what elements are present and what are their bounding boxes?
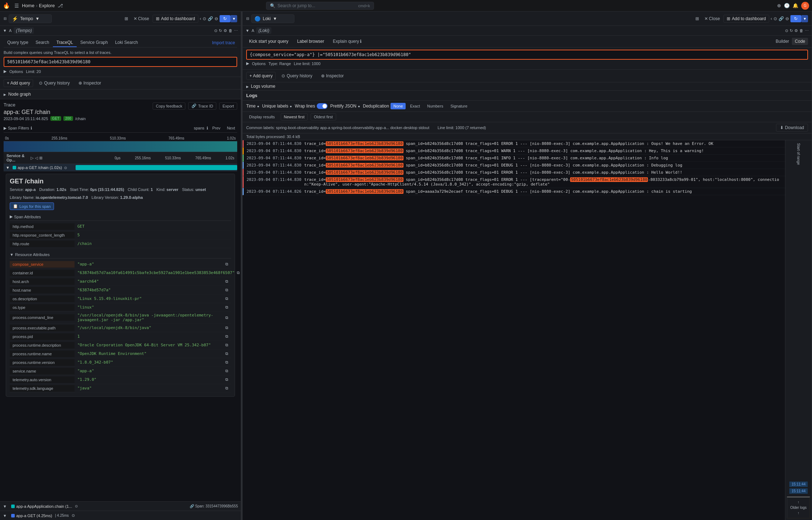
right-collapse-icon[interactable]: ⊟ [246,17,249,20]
loki-query-input[interactable] [246,50,808,60]
expand-icon-bottom-2[interactable]: ▼ [3,514,7,518]
span-pin-icon[interactable]: ⊙ [64,166,67,170]
log-entry[interactable]: 2023-09-04 07:11:44.830trace_id=505101b6… [243,169,785,176]
right-label-trash[interactable]: 🗑 [799,28,803,33]
tab-search[interactable]: Search [32,38,53,47]
export-button[interactable]: Export [219,102,237,110]
loki-options-chevron[interactable]: ▶ [246,61,249,66]
left-query-input[interactable] [4,57,237,67]
logs-volume-section[interactable]: Logs volume [243,82,812,91]
service-expand-icon[interactable]: ▷ [31,156,33,160]
builder-tab[interactable]: Builder [773,38,792,45]
left-datasource-selector[interactable]: ⚡ Tempo ▼ [9,14,52,23]
expand-icon-app-a[interactable]: ▼ [6,165,10,170]
tab-service-graph[interactable]: Service Graph [77,38,112,47]
left-nav-left-icon[interactable]: ‹ [200,16,201,21]
right-add-dashboard-button[interactable]: ⊞ Add to dashboard [723,15,769,23]
wrap-lines-switch[interactable] [317,103,328,109]
clock-icon[interactable]: 🕐 [784,3,790,8]
tab-traceql[interactable]: TraceQL [53,38,77,47]
span-1-icon[interactable]: ⊙ [75,504,78,508]
right-zoom-out-icon[interactable]: ⊖ [785,16,789,21]
service-op-label[interactable]: Service & Op... [6,154,29,162]
logs-for-span-button[interactable]: 📋 Logs for this span [10,202,54,210]
left-close-button[interactable]: ✕ Close [131,15,152,22]
label-browser-button[interactable]: Label browser [294,38,327,45]
right-datasource-selector[interactable]: 🔵 Loki ▼ [251,14,294,23]
right-inspector-button[interactable]: ⊕ Inspector [318,72,347,79]
log-entry[interactable]: 2023-09-04 07:11:44.830trace_id=505101b6… [243,147,785,155]
left-run-split-button[interactable]: ▾ [230,15,237,22]
next-button[interactable]: Next [225,125,237,131]
expand-icon-bottom[interactable]: ▼ [3,504,7,508]
explain-query-button[interactable]: Explain query ℹ [330,38,365,45]
right-clock-icon[interactable]: ⊙ [773,16,777,21]
display-results-button[interactable]: Display results [246,114,278,120]
log-entry[interactable]: 2023-09-04 07:11:44.830trace_id=505101b6… [243,155,785,162]
download-button[interactable]: ⬇ Download [776,124,808,132]
node-graph-section[interactable]: Node graph [0,90,241,99]
dedup-signature-button[interactable]: Signature [447,103,470,109]
resource-attr-copy-icon[interactable]: ⧉ [225,351,228,356]
home-link[interactable]: Home [22,3,35,8]
wrap-lines-toggle[interactable]: Wrap lines [295,103,327,109]
resource-attr-copy-icon[interactable]: ⧉ [225,296,228,301]
explore-link[interactable]: Explore [39,3,55,8]
options-chevron-icon[interactable]: ▶ [4,69,6,74]
older-logs-button[interactable]: ↑ Older logs ↑ [787,497,810,519]
right-link-icon[interactable]: 🔗 [779,16,784,21]
resource-attr-copy-icon[interactable]: ⧉ [225,325,228,330]
resource-attr-copy-icon[interactable]: ⧉ [225,262,228,266]
prettify-json-toggle[interactable]: Prettify JSON ● [330,104,360,109]
resource-attr-copy-icon[interactable]: ⧉ [225,279,228,284]
left-label-trash[interactable]: 🗑 [229,28,233,33]
share-icon[interactable]: ⎇ [58,3,63,8]
hamburger-menu-icon[interactable]: ☰ [14,3,19,9]
left-inspector-button[interactable]: ⊕ Inspector [76,79,104,87]
left-link-icon[interactable]: 🔗 [208,16,213,21]
tab-query-type[interactable]: Query type [4,38,32,47]
left-label-reload[interactable]: ↻ [219,28,222,33]
resource-attr-copy-icon[interactable]: ⧉ [225,377,228,382]
resource-attr-copy-icon[interactable]: ⧉ [225,305,228,310]
resource-attr-copy-icon[interactable]: ⧉ [225,343,228,347]
span-2-icon[interactable]: ⊙ [72,513,75,518]
left-label-clock[interactable]: ⊙ [214,28,217,33]
left-run-button[interactable]: ↻ [220,15,230,22]
service-fullscreen-icon[interactable]: ⊞ [39,156,42,160]
import-trace-button[interactable]: Import trace [210,38,237,47]
right-label-reload[interactable]: ↻ [790,28,793,33]
dedup-none-button[interactable]: None [391,103,406,109]
kick-start-button[interactable]: Kick start your query [246,38,291,45]
left-query-history-button[interactable]: ⊙ Query history [36,79,72,87]
resource-attr-copy-icon[interactable]: ⧉ [237,270,240,275]
user-avatar[interactable]: G [801,2,809,10]
span-attributes-title[interactable]: ▶ Span Attributes [10,213,231,221]
right-label-settings[interactable]: ⚙ [794,28,798,33]
resource-attr-copy-icon[interactable]: ⧉ [225,334,228,339]
plus-icon[interactable]: ⊕ [777,3,781,8]
left-panel-icon-btn[interactable]: ⊞ [123,15,130,22]
right-panel-icon-btn[interactable]: ⊞ [694,15,701,22]
log-entry[interactable]: 2023-09-04 07:11:44.830trace_id=505101b6… [243,140,785,147]
bottom-span-2[interactable]: app-a GET (4.25ms) | 4.25ms ⊙ [9,512,77,519]
resource-attr-copy-icon[interactable]: ⧉ [225,288,228,292]
copy-feedback-button[interactable]: Copy feedback [153,102,185,110]
prev-button[interactable]: Prev [210,125,223,131]
resource-attr-copy-icon[interactable]: ⧉ [225,315,228,320]
newest-first-button[interactable]: Newest first [281,113,308,120]
dedup-exact-button[interactable]: Exact [407,103,423,109]
right-run-button[interactable]: ↻ [790,15,801,22]
right-close-button[interactable]: ✕ Close [702,15,722,22]
left-clock-icon[interactable]: ⊙ [203,16,206,21]
right-nav-left-icon[interactable]: ‹ [771,16,772,21]
code-tab[interactable]: Code [792,38,808,45]
log-entry[interactable]: 2023-09-04 07:11:44.826trace_id=505101b6… [243,188,785,195]
left-add-dashboard-button[interactable]: ⊞ Add to dashboard [153,15,198,23]
left-label-settings[interactable]: ⚙ [224,28,227,33]
resource-attributes-title[interactable]: ▼ Resource Attributes [10,251,231,259]
bell-icon[interactable]: 🔔 [793,3,798,8]
right-query-history-button[interactable]: ⊙ Query history [279,72,315,79]
left-label-dots[interactable]: ⋯ [234,28,238,33]
left-collapse-icon[interactable]: ⊟ [4,17,6,20]
